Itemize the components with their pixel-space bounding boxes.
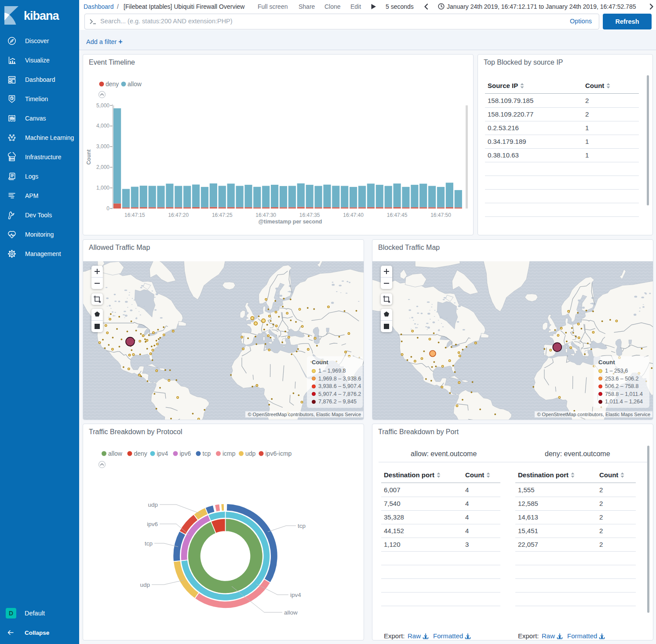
svg-text:1,000: 1,000 (96, 185, 109, 191)
svg-text:deny: deny (134, 450, 147, 457)
svg-text:16:47:15: 16:47:15 (124, 212, 145, 218)
svg-text:udp: udp (245, 450, 256, 457)
svg-text:5,000: 5,000 (96, 102, 109, 109)
svg-text:tcp: tcp (203, 450, 211, 457)
svg-text:Count: Count (86, 150, 92, 165)
svg-text:16:47:35: 16:47:35 (299, 212, 320, 218)
svg-text:16:47:50: 16:47:50 (430, 212, 451, 218)
svg-text:ipv4: ipv4 (290, 592, 301, 598)
svg-text:16:47:20: 16:47:20 (168, 212, 189, 218)
svg-text:2,000: 2,000 (96, 164, 109, 170)
svg-text:allow: allow (128, 80, 142, 88)
svg-text:tcp: tcp (145, 540, 153, 547)
svg-text:allow: allow (108, 450, 123, 457)
svg-text:udp: udp (140, 582, 150, 588)
svg-text:0: 0 (106, 205, 109, 212)
svg-text:ipv6: ipv6 (147, 521, 158, 527)
svg-text:udp: udp (148, 501, 158, 508)
svg-text:icmp: icmp (222, 450, 236, 457)
svg-text:16:47:30: 16:47:30 (255, 212, 276, 218)
svg-text:4,000: 4,000 (96, 123, 109, 129)
svg-text:16:47:45: 16:47:45 (387, 212, 408, 218)
svg-text:ipv6: ipv6 (180, 450, 191, 457)
svg-text:16:47:40: 16:47:40 (343, 212, 364, 218)
svg-text:deny: deny (106, 80, 119, 88)
svg-text:@timestamp per second: @timestamp per second (259, 219, 322, 225)
svg-text:ipv4: ipv4 (157, 450, 168, 457)
svg-text:3,000: 3,000 (96, 143, 109, 150)
svg-text:allow: allow (284, 609, 298, 616)
svg-text:ipv6-icmp: ipv6-icmp (266, 450, 292, 457)
svg-text:16:47:25: 16:47:25 (212, 212, 233, 218)
svg-text:tcp: tcp (298, 523, 306, 529)
